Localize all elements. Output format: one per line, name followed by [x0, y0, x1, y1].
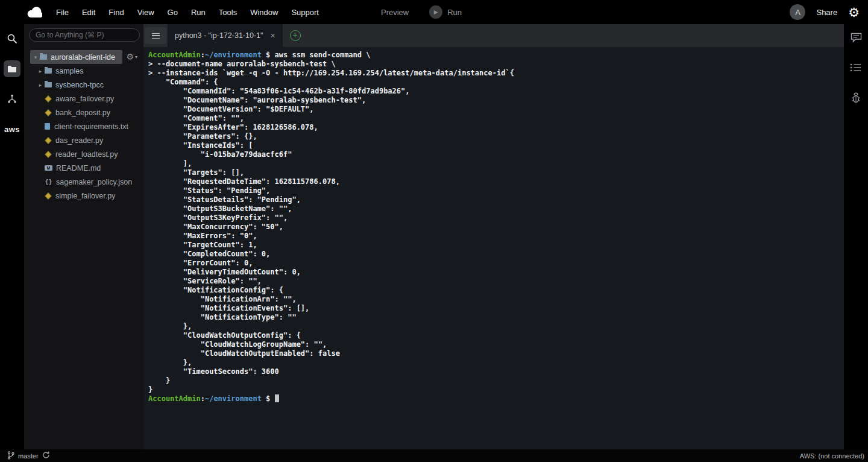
- terminal-line: "MaxErrors": "0",: [148, 232, 839, 241]
- terminal-line: "ExpiresAfter": 1628126586.078,: [148, 123, 839, 132]
- tree-item-aware-failover.py[interactable]: aware_failover.py: [36, 92, 143, 106]
- terminal-line: "Parameters": {},: [148, 132, 839, 141]
- menu-go[interactable]: Go: [161, 8, 184, 17]
- tree-item-root[interactable]: ▾ auroralab-client-ide: [30, 50, 122, 64]
- python-icon: [45, 137, 51, 144]
- tree-item-sagemaker-policy.json[interactable]: {}sagemaker_policy.json: [36, 175, 143, 189]
- menu-edit[interactable]: Edit: [75, 8, 102, 17]
- file-name: bank_deposit.py: [55, 109, 110, 117]
- git-branch-icon[interactable]: [7, 451, 14, 461]
- collaborate-chat-icon[interactable]: [851, 33, 862, 45]
- terminal-line: "ServiceRole": "",: [148, 277, 839, 286]
- aws-connection-status[interactable]: AWS: (not connected): [800, 452, 864, 460]
- hamburger-icon: [152, 33, 160, 39]
- terminal-line: "Command": {: [148, 78, 839, 87]
- terminal-line: "i-015ba7e79daacfc6f": [148, 150, 839, 159]
- terminal-line: "MaxConcurrency": "50",: [148, 223, 839, 232]
- terminal-line: "ErrorCount": 0,: [148, 259, 839, 268]
- tree-item-reader-loadtest.py[interactable]: reader_loadtest.py: [36, 147, 143, 161]
- terminal[interactable]: AccountAdmin:~/environment $ aws ssm sen…: [143, 47, 844, 449]
- goto-anything-input[interactable]: [29, 28, 140, 42]
- terminal-line: }: [148, 376, 839, 385]
- tree-item-client-requirements.txt[interactable]: client-requirements.txt: [36, 119, 143, 133]
- prompt-dollar: $: [262, 394, 275, 403]
- menu-find[interactable]: Find: [102, 8, 130, 17]
- tree-item-samples[interactable]: ▸samples: [36, 64, 143, 78]
- prompt-path: ~/environment: [205, 51, 262, 59]
- terminal-line: "CommandId": "54a83f06-1c54-462b-a31f-80…: [148, 87, 839, 96]
- terminal-line: "NotificationArn": "",: [148, 295, 839, 304]
- menu-support[interactable]: Support: [285, 8, 326, 17]
- menu-view[interactable]: View: [131, 8, 161, 17]
- tree-settings-button[interactable]: ⚙ ▾: [126, 52, 137, 62]
- debugger-icon[interactable]: [851, 92, 861, 106]
- terminal-line: "RequestedDateTime": 1628115786.078,: [148, 177, 839, 186]
- file-name: samples: [55, 67, 84, 75]
- chevron-down-icon[interactable]: ▾: [31, 54, 40, 60]
- terminal-line: > --instance-ids `wget -q -O - http://16…: [148, 69, 839, 78]
- search-icon[interactable]: [4, 30, 20, 47]
- source-control-icon[interactable]: [4, 90, 20, 107]
- terminal-line: "NotificationConfig": {: [148, 286, 839, 295]
- terminal-line: AccountAdmin:~/environment $ aws ssm sen…: [148, 51, 839, 60]
- folder-icon: [45, 82, 52, 87]
- avatar[interactable]: A: [790, 4, 805, 20]
- terminal-line: "CloudWatchOutputConfig": {: [148, 331, 839, 340]
- terminal-line: "NotificationEvents": [],: [148, 304, 839, 313]
- terminal-line: "InstanceIds": [: [148, 141, 839, 150]
- prompt-dollar: $: [262, 51, 275, 59]
- menu-window[interactable]: Window: [244, 8, 285, 17]
- menu-tools[interactable]: Tools: [212, 8, 244, 17]
- python-icon: [45, 151, 51, 157]
- terminal-line: "DocumentVersion": "$DEFAULT",: [148, 105, 839, 114]
- preview-button[interactable]: Preview: [381, 8, 409, 17]
- root-folder-name: auroralab-client-ide: [51, 53, 115, 62]
- terminal-line: "Status": "Pending",: [148, 186, 839, 195]
- cloud9-logo-icon[interactable]: [27, 7, 42, 17]
- status-bar: master AWS: (not connected): [0, 449, 868, 462]
- tree-item-readme.md[interactable]: MREADME.md: [36, 161, 143, 175]
- tab-list-menu-button[interactable]: [145, 27, 166, 44]
- cloud9-ide-window: FileEditFindViewGoRunToolsWindowSupport …: [0, 0, 868, 462]
- terminal-line: AccountAdmin:~/environment $: [148, 394, 839, 403]
- prompt-user: AccountAdmin: [148, 51, 201, 59]
- terminal-line: "Comment": "",: [148, 114, 839, 123]
- terminal-line: "DeliveryTimedOutCount": 0,: [148, 268, 839, 277]
- chevron-down-icon: ▾: [135, 54, 137, 60]
- menu-file[interactable]: File: [49, 8, 75, 17]
- terminal-line: "CloudWatchOutputEnabled": false: [148, 349, 839, 358]
- terminal-line: "OutputS3KeyPrefix": "",: [148, 214, 839, 223]
- tree-item-das-reader.py[interactable]: das_reader.py: [36, 133, 143, 147]
- tree-item-sysbench-tpcc[interactable]: ▸sysbench-tpcc: [36, 78, 143, 92]
- file-tree: ▾ auroralab-client-ide ▸samples▸sysbench…: [24, 50, 143, 203]
- command-text: aws ssm send-command \: [275, 51, 371, 59]
- outline-icon[interactable]: [851, 63, 861, 74]
- file-name: reader_loadtest.py: [55, 150, 118, 159]
- terminal-line: ],: [148, 159, 839, 168]
- git-branch-label[interactable]: master: [18, 452, 39, 460]
- play-icon: ▶: [429, 5, 442, 19]
- main-area: python3 - "ip-172-31-10-1" × + AccountAd…: [143, 24, 844, 449]
- chevron-right-icon[interactable]: ▸: [36, 68, 45, 74]
- share-button[interactable]: Share: [816, 8, 837, 17]
- folder-icon: [40, 54, 47, 60]
- markdown-icon: M: [45, 165, 52, 171]
- menu-run[interactable]: Run: [184, 8, 212, 17]
- file-name: aware_failover.py: [55, 95, 114, 103]
- settings-gear-icon[interactable]: ⚙: [848, 6, 860, 19]
- chevron-right-icon[interactable]: ▸: [36, 82, 45, 88]
- aws-toolkit-icon[interactable]: aws: [4, 121, 20, 138]
- file-tree-toggle-icon[interactable]: [4, 60, 20, 77]
- file-name: sagemaker_policy.json: [56, 178, 132, 186]
- new-tab-button[interactable]: +: [290, 30, 301, 41]
- sync-icon[interactable]: [42, 451, 50, 460]
- run-button-label: Run: [447, 8, 462, 17]
- gear-icon: ⚙: [126, 52, 134, 62]
- close-tab-icon[interactable]: ×: [270, 31, 275, 40]
- terminal-tab[interactable]: python3 - "ip-172-31-10-1" ×: [168, 24, 283, 47]
- tree-item-bank-deposit.py[interactable]: bank_deposit.py: [36, 106, 143, 119]
- run-button[interactable]: ▶ Run: [429, 5, 462, 19]
- terminal-cursor: [275, 394, 279, 402]
- terminal-line: },: [148, 358, 839, 367]
- tree-item-simple-failover.py[interactable]: simple_failover.py: [36, 189, 143, 203]
